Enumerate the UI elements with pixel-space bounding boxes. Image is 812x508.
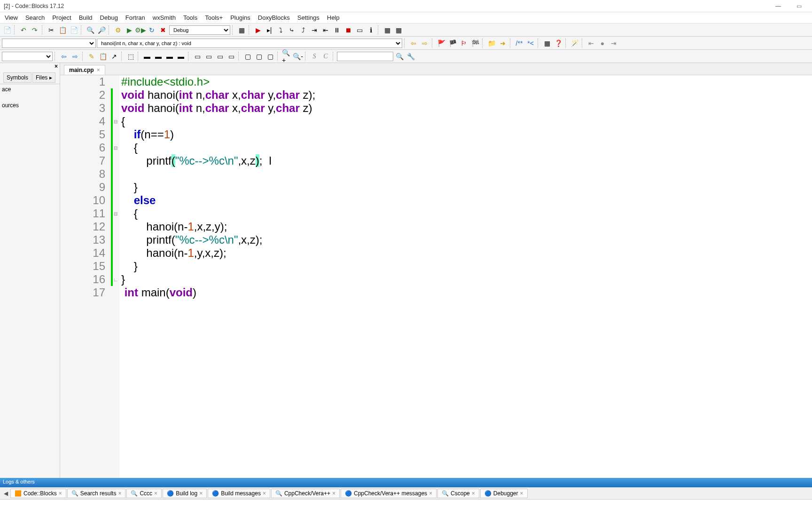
debug-start-button[interactable]: ▶ xyxy=(253,25,263,35)
scope-combo-1[interactable] xyxy=(2,39,96,48)
log-tab-cccc[interactable]: 🔍Cccc× xyxy=(126,489,162,498)
info-button[interactable]: ℹ xyxy=(366,25,376,35)
find-exec-button[interactable]: 🔍 xyxy=(394,51,405,62)
highlight-button[interactable]: ✎ xyxy=(86,51,97,62)
replace-button[interactable]: 🔎 xyxy=(96,25,107,35)
nav-forward-button[interactable]: ⇨ xyxy=(420,38,430,48)
save-button[interactable]: ↷ xyxy=(30,25,40,35)
doxy-block-button[interactable]: *< xyxy=(525,38,536,48)
menu-tools[interactable]: Tools xyxy=(180,13,201,22)
symbols-tab[interactable]: Symbols xyxy=(3,72,31,83)
paste-button[interactable]: 📄 xyxy=(69,25,79,35)
block1-button[interactable]: ▬ xyxy=(142,51,152,62)
block2-button[interactable]: ▬ xyxy=(153,51,164,62)
log-tab-close[interactable]: × xyxy=(59,490,62,497)
log-tab-close[interactable]: × xyxy=(429,490,432,497)
menu-build[interactable]: Build xyxy=(75,13,96,22)
menu-fortran[interactable]: Fortran xyxy=(122,13,149,22)
editor-tab-main[interactable]: main.cpp × xyxy=(64,65,105,75)
bookmark-next-button[interactable]: 🏳 xyxy=(459,38,469,48)
abort-button[interactable]: ✖ xyxy=(158,25,168,35)
log-tab-close[interactable]: × xyxy=(199,490,203,497)
cut-button[interactable]: ✂ xyxy=(46,25,56,35)
goto-button[interactable]: ↗ xyxy=(109,51,119,62)
doxy-comment-button[interactable]: /** xyxy=(514,38,524,48)
zoom-in-button[interactable]: 🔍+ xyxy=(281,51,292,62)
menu-plugins[interactable]: Plugins xyxy=(226,13,254,22)
blockC-button[interactable]: ▭ xyxy=(215,51,225,62)
bookmark-toggle-button[interactable]: 🚩 xyxy=(436,38,446,48)
next-button[interactable]: ⇨ xyxy=(70,51,80,62)
log-tab-close[interactable]: × xyxy=(472,490,475,497)
c-button[interactable]: C xyxy=(320,51,331,62)
step-into-button[interactable]: ⤷ xyxy=(287,25,297,35)
code-editor[interactable]: 1234567891011121314151617 ⊟⊟⊟∟ #include<… xyxy=(60,75,812,478)
side-item[interactable]: ources xyxy=(2,102,58,109)
files-tab[interactable]: Files ▸ xyxy=(32,72,55,83)
stop-debug-button[interactable]: ⏹ xyxy=(343,25,353,35)
build-run-button[interactable]: ⚙▶ xyxy=(135,25,146,35)
project-folder-button[interactable]: 📁 xyxy=(486,38,497,48)
log-tab-debugger[interactable]: 🔵Debugger× xyxy=(480,489,528,498)
menu-settings[interactable]: Settings xyxy=(294,13,323,22)
build-target-combo[interactable]: Debug xyxy=(169,25,230,35)
select-button[interactable]: ⬚ xyxy=(125,51,136,62)
log-tab-close[interactable]: × xyxy=(332,490,336,497)
logs-header[interactable]: Logs & others xyxy=(0,478,812,487)
s-button[interactable]: S xyxy=(309,51,320,62)
nav-dot-button[interactable]: ● xyxy=(597,38,608,48)
logs-scroll-left[interactable]: ◀ xyxy=(2,490,9,497)
menu-help[interactable]: Help xyxy=(323,13,344,22)
wand-button[interactable]: 🪄 xyxy=(570,38,580,48)
show-targets-button[interactable]: ▦ xyxy=(236,25,247,35)
sq3-button[interactable]: ▢ xyxy=(265,51,275,62)
step-instr-button[interactable]: ⇤ xyxy=(320,25,331,35)
zoom-out-button[interactable]: 🔍- xyxy=(293,51,303,62)
log-tab-search-results[interactable]: 🔍Search results× xyxy=(67,489,126,498)
todo-button[interactable]: ▦ xyxy=(542,38,552,48)
log-tab-cppcheck-vera-messages[interactable]: 🔵CppCheck/Vera++ messages× xyxy=(341,489,437,498)
next-line-button[interactable]: ⤵ xyxy=(275,25,286,35)
block3-button[interactable]: ▬ xyxy=(164,51,175,62)
small-combo[interactable] xyxy=(2,52,53,61)
copy-button[interactable]: 📋 xyxy=(57,25,68,35)
log-tab-code-blocks[interactable]: 🟧Code::Blocks× xyxy=(10,489,66,498)
find-button[interactable]: 🔍 xyxy=(85,25,95,35)
new-file-button[interactable]: 📄 xyxy=(2,25,12,35)
nav-back-button[interactable]: ⇦ xyxy=(408,38,419,48)
mark-button[interactable]: 📋 xyxy=(98,51,108,62)
block4-button[interactable]: ▬ xyxy=(176,51,186,62)
blockD-button[interactable]: ▭ xyxy=(226,51,236,62)
log-tab-close[interactable]: × xyxy=(520,490,523,497)
open-button[interactable]: ↶ xyxy=(18,25,29,35)
log-tab-close[interactable]: × xyxy=(263,490,266,497)
blockB-button[interactable]: ▭ xyxy=(203,51,214,62)
log-tab-cppcheck-vera-[interactable]: 🔍CppCheck/Vera++× xyxy=(271,489,340,498)
panel-close-button[interactable]: × xyxy=(0,63,60,71)
menu-project[interactable]: Project xyxy=(48,13,75,22)
menu-wxsmith[interactable]: wxSmith xyxy=(149,13,180,22)
step-out-button[interactable]: ⤴ xyxy=(298,25,308,35)
break-button[interactable]: ⏸ xyxy=(332,25,342,35)
tab-close-button[interactable]: × xyxy=(97,67,100,73)
sq1-button[interactable]: ▢ xyxy=(242,51,253,62)
log-tab-close[interactable]: × xyxy=(118,490,121,497)
help-button[interactable]: ❓ xyxy=(553,38,563,48)
debug-windows-button[interactable]: ▭ xyxy=(354,25,365,35)
sq2-button[interactable]: ▢ xyxy=(254,51,264,62)
jump-button[interactable]: ➜ xyxy=(498,38,508,48)
next-instr-button[interactable]: ⇥ xyxy=(309,25,320,35)
maximize-button[interactable]: ▭ xyxy=(789,1,808,11)
log-tab-close[interactable]: × xyxy=(154,490,157,497)
options-button[interactable]: 🔧 xyxy=(406,51,416,62)
nav-last-button[interactable]: ⇤ xyxy=(586,38,596,48)
run-to-cursor-button[interactable]: ▸| xyxy=(264,25,274,35)
menu-view[interactable]: View xyxy=(1,13,22,22)
bookmark-prev-button[interactable]: 🏴 xyxy=(447,38,458,48)
minimize-button[interactable]: — xyxy=(769,1,788,11)
menu-doxyblocks[interactable]: DoxyBlocks xyxy=(254,13,294,22)
side-item[interactable]: ace xyxy=(2,86,58,93)
prev-button[interactable]: ⇦ xyxy=(59,51,69,62)
menu-tools+[interactable]: Tools+ xyxy=(201,13,226,22)
menu-search[interactable]: Search xyxy=(22,13,48,22)
